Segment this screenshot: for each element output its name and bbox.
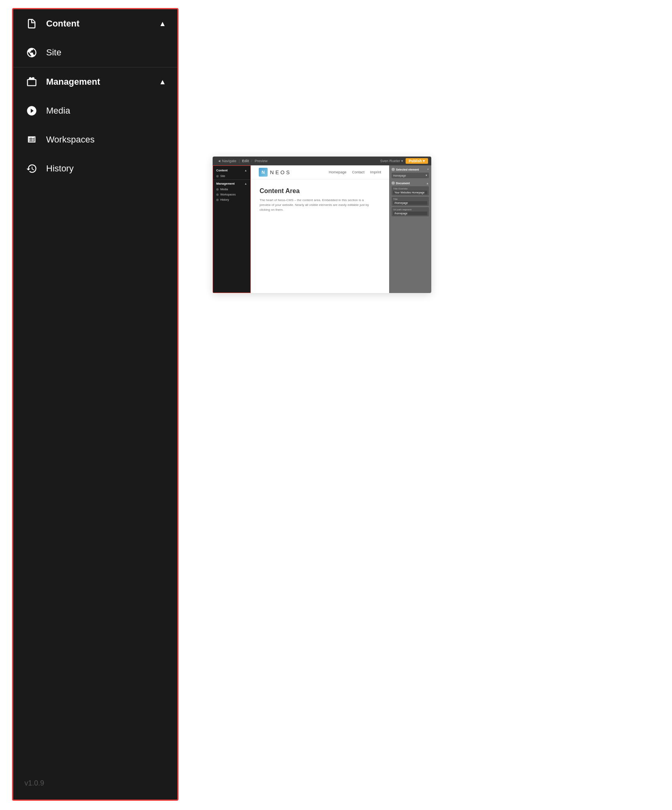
preview-sidebar-history: History [213,197,250,202]
sidebar-history-label: History [46,163,73,174]
sidebar-site-label: Site [46,47,61,58]
preview-sep2: / [251,159,252,163]
preview-topbar-right: Sven Rueter ▾ Publish ▾ [380,158,428,164]
preview-title-override-field: Title Override Your Websites Homepage [392,186,429,195]
preview-body: Content ▲ Site Management ▲ Media Worksp… [213,165,431,293]
preview-sidebar-content: Content ▲ [213,167,250,173]
preview-screenshot: ◄ Navigate | Edit / Preview Sven Rueter … [213,157,431,293]
preview-content-area: Content Area The heart of Neos-CMS – the… [251,179,389,293]
workspaces-icon [24,132,39,147]
preview-sidebar-management: Management ▲ [213,181,250,187]
preview-document-section: Document ▲ Title Override Your Websites … [392,181,429,216]
preview-selected-header: Selected element ▾ [392,168,429,171]
preview-sidebar-site: Site [213,173,250,179]
preview-edit-label: Edit [242,159,249,163]
sidebar-workspaces-label: Workspaces [46,134,95,145]
preview-nav-links: Homepage Contact Imprint [329,170,381,174]
preview-selected-section: Selected element ▾ Homepage ▾ [392,168,429,178]
sidebar-item-media[interactable]: Media [13,96,177,125]
preview-sidebar-workspaces: Workspaces [213,192,250,197]
sidebar-item-management[interactable]: Management ▲ [13,67,177,96]
media-icon [24,104,39,118]
sidebar-content-label: Content [46,18,79,29]
preview-publish-button: Publish ▾ [406,158,428,164]
preview-title-field: Title /Homepage [392,197,429,206]
preview-nav-brand: NEOS [270,169,291,175]
history-icon [24,161,39,176]
preview-document-header: Document ▲ [392,181,429,185]
preview-content-title: Content Area [260,187,380,195]
preview-nav-homepage: Homepage [329,170,346,174]
sidebar-item-history[interactable]: History [13,154,177,183]
management-chevron: ▲ [159,78,166,86]
preview-user: Sven Rueter ▾ [380,159,403,163]
preview-neos-n: N [259,168,268,177]
sidebar-item-site[interactable]: Site [13,38,177,67]
preview-nav-imprint: Imprint [370,170,381,174]
content-chevron: ▲ [159,20,166,28]
version-label: v1.0.9 [24,779,44,788]
preview-sep1: | [239,159,240,163]
preview-nav-contact: Contact [352,170,364,174]
site-icon [24,45,39,60]
sidebar-management-label: Management [46,77,100,87]
management-icon [24,75,39,89]
sidebar-media-label: Media [46,106,70,116]
preview-dropdown-homepage: Homepage ▾ [392,173,429,178]
preview-uri-field: Url path segment /homepage [392,207,429,216]
sidebar-item-content[interactable]: Content ▲ [13,9,177,38]
preview-nav: N NEOS Homepage Contact Imprint [251,165,389,179]
content-icon [24,16,39,31]
preview-main-area: N NEOS Homepage Contact Imprint Content … [251,165,389,293]
sidebar: Content ▲ Site Management ▲ Media [12,8,179,801]
preview-right-panel: Selected element ▾ Homepage ▾ Document ▲ [389,165,431,293]
preview-navigate: ◄ Navigate [217,159,236,163]
preview-sidebar-div [213,179,250,180]
preview-preview-label: Preview [255,159,268,163]
preview-nav-logo: N NEOS [259,168,291,177]
preview-sidebar-media: Media [213,187,250,192]
preview-content-body: The heart of Neos-CMS – the content area… [260,198,372,212]
preview-mini-sidebar: Content ▲ Site Management ▲ Media Worksp… [213,165,251,293]
preview-topbar: ◄ Navigate | Edit / Preview Sven Rueter … [213,157,431,165]
preview-document-label: Document [392,181,410,185]
preview-selected-label: Selected element [392,168,419,171]
sidebar-item-workspaces[interactable]: Workspaces [13,125,177,154]
